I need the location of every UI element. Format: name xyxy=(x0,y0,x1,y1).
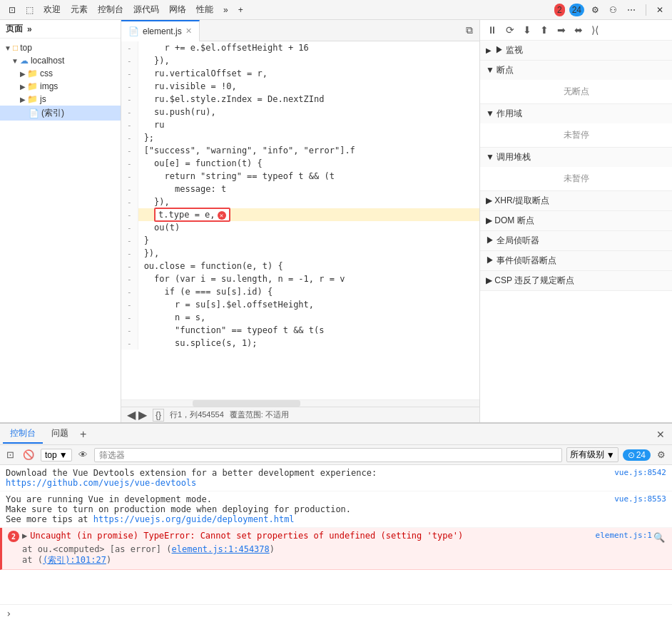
console-body[interactable]: Download the Vue Devtools extension for … xyxy=(0,465,672,604)
rp-step-out-btn[interactable]: ⬆ xyxy=(537,23,551,37)
code-line-9: ou[e] = function(t) { xyxy=(138,157,479,170)
rp-step-btn[interactable]: ➡ xyxy=(554,23,569,37)
add-tab-icon[interactable]: + xyxy=(235,4,246,16)
badge-icon: ⊙ xyxy=(628,450,635,460)
editor-tab-elementjs[interactable]: 📄 element.js ✕ xyxy=(121,20,200,41)
error-badge[interactable]: 2 xyxy=(554,4,565,16)
msg2-link[interactable]: https://vuejs.org/guide/deployment.html xyxy=(93,514,295,524)
section-global-listeners-header[interactable]: ▶ 全局侦听器 xyxy=(480,231,672,250)
section-callstack-header[interactable]: ▼ 调用堆栈 xyxy=(480,148,672,167)
watch-arrow: ▶ xyxy=(486,46,492,54)
console-prompt: › xyxy=(6,608,11,619)
tab-action-split[interactable]: ⧉ xyxy=(464,23,475,38)
tree-label-css: css xyxy=(40,68,53,78)
rp-pause-btn[interactable]: ⏸ xyxy=(484,23,500,37)
tab-sources[interactable]: 源代码 xyxy=(131,2,162,17)
section-event-listeners: ▶ 事件侦听器断点 xyxy=(480,251,672,271)
console-settings-btn[interactable]: ⚙ xyxy=(655,449,668,461)
format-icon[interactable]: {} xyxy=(153,409,164,422)
status-bar: ◀ ▶ {} 行1，列454554 覆盖范围: 不适用 xyxy=(121,407,479,422)
section-dom-header[interactable]: ▶ DOM 断点 xyxy=(480,211,672,230)
tree-item-js[interactable]: ▶ 📁 js xyxy=(0,93,121,106)
section-csp-header[interactable]: ▶ CSP 违反了规定断点 xyxy=(480,271,672,290)
error-stack-link-2[interactable]: (索引):101:27 xyxy=(43,555,106,565)
code-area[interactable]: - r += e.$el.offsetHeight + 16- }),- ru.… xyxy=(121,41,479,399)
event-listeners-label: ▶ 事件侦听器断点 xyxy=(486,255,556,267)
tab-console[interactable]: 控制台 xyxy=(95,2,126,17)
code-line-13: t.type = e,✕ xyxy=(138,208,479,221)
toolbar-icon-cursor[interactable]: ⊡ xyxy=(6,4,19,16)
section-callstack: ▼ 调用堆栈 未暂停 xyxy=(480,148,672,191)
console-input[interactable] xyxy=(16,608,666,618)
rp-step-in-btn[interactable]: ⬇ xyxy=(520,23,534,37)
code-scrollbar[interactable] xyxy=(121,399,479,407)
line-num-20: - xyxy=(121,298,138,311)
tab-close-btn[interactable]: ✕ xyxy=(185,26,192,36)
tree-item-css[interactable]: ▶ 📁 css xyxy=(0,67,121,80)
tab-welcome[interactable]: 欢迎 xyxy=(41,2,63,17)
console-add-tab[interactable]: + xyxy=(77,427,89,442)
line-num-19: - xyxy=(121,285,138,298)
code-line-15: } xyxy=(138,234,479,247)
rp-deactivate-btn[interactable]: ⬌ xyxy=(571,23,586,37)
msg1-link[interactable]: https://github.com/vuejs/vue-devtools xyxy=(6,478,196,488)
section-callstack-content: 未暂停 xyxy=(480,167,672,190)
user-icon[interactable]: ⚇ xyxy=(606,4,620,16)
tree-item-top[interactable]: ▼ □ top xyxy=(0,41,121,54)
section-watch-header[interactable]: ▶ ▶ 监视 xyxy=(480,41,672,60)
section-breakpoints-header[interactable]: ▼ 断点 xyxy=(480,61,672,80)
code-line-3: ru.visible = !0, xyxy=(138,80,479,93)
tree-item-imgs[interactable]: ▶ 📁 imgs xyxy=(0,80,121,93)
console-eye-btn[interactable]: 👁 xyxy=(76,449,90,461)
more-tabs-icon[interactable]: » xyxy=(220,4,231,16)
console-context-selector[interactable]: top ▼ xyxy=(41,449,72,462)
error-source-link[interactable]: element.js:1 xyxy=(590,531,652,540)
warning-badge[interactable]: 24 xyxy=(569,4,584,16)
settings-icon[interactable]: ⚙ xyxy=(589,4,602,16)
error-stack-link-1[interactable]: element.js:1:454378 xyxy=(172,544,270,554)
section-scope: ▼ 作用域 未暂停 xyxy=(480,104,672,148)
console-capture-btn[interactable]: ⊡ xyxy=(4,449,16,461)
line-num-7: - xyxy=(121,131,138,144)
code-table: - r += e.$el.offsetHeight + 16- }),- ru.… xyxy=(121,41,479,350)
console-toolbar: ⊡ 🚫 top ▼ 👁 所有级别 ▼ ⊙ 24 ⚙ xyxy=(0,445,672,465)
console-tab-console[interactable]: 控制台 xyxy=(3,424,43,444)
tab-network[interactable]: 网络 xyxy=(166,2,189,17)
rp-close-btn[interactable]: ⟩⟨ xyxy=(589,23,601,37)
error-search-icon[interactable]: 🔍 xyxy=(652,531,666,544)
tab-performance[interactable]: 性能 xyxy=(193,2,216,17)
context-label: top xyxy=(45,450,57,460)
section-scope-header[interactable]: ▼ 作用域 xyxy=(480,104,672,123)
console-level-select[interactable]: 所有级别 ▼ xyxy=(566,447,618,462)
line-num-23: - xyxy=(121,337,138,350)
console-close-btn[interactable]: ✕ xyxy=(652,427,669,442)
console-clear-btn[interactable]: 🚫 xyxy=(21,449,36,461)
tree-item-localhost[interactable]: ▼ ☁ localhost xyxy=(0,54,121,67)
tab-elements[interactable]: 元素 xyxy=(68,2,91,17)
toolbar-icon-inspect[interactable]: ⬚ xyxy=(23,4,36,16)
expand-icon[interactable]: » xyxy=(27,24,32,34)
more-icon[interactable]: ⋯ xyxy=(624,4,638,16)
folder-icon-imgs: 📁 xyxy=(27,81,38,91)
section-event-listeners-header[interactable]: ▶ 事件侦听器断点 xyxy=(480,251,672,270)
panel-title: 页面 xyxy=(6,23,23,35)
msg1-source[interactable]: vue.js:8542 xyxy=(609,468,666,477)
console-filter-input[interactable] xyxy=(94,448,562,462)
file-icon-index: 📄 xyxy=(29,108,39,118)
msg2-source[interactable]: vue.js:8553 xyxy=(609,494,666,504)
code-line-21: n = s, xyxy=(138,311,479,324)
error-expand-arrow[interactable]: ▶ xyxy=(22,531,27,541)
navigate-right[interactable]: ▶ xyxy=(138,408,147,422)
code-line-14: ou(t) xyxy=(138,221,479,234)
tree-arrow-css: ▶ xyxy=(20,70,26,78)
section-xhr-header[interactable]: ▶ XHR/提取断点 xyxy=(480,191,672,210)
folder-icon-top: □ xyxy=(13,43,18,53)
tree-item-index[interactable]: 📄 (索引) xyxy=(0,106,121,121)
console-tab-issues[interactable]: 问题 xyxy=(44,424,76,444)
rp-step-over-btn[interactable]: ⟳ xyxy=(503,23,517,37)
code-line-17: ou.close = function(e, t) { xyxy=(138,260,479,272)
navigate-left[interactable]: ◀ xyxy=(127,408,136,422)
console-msg-1: Download the Vue Devtools extension for … xyxy=(0,465,672,491)
close-icon[interactable]: ✕ xyxy=(653,4,666,16)
status-position: 行1，列454554 xyxy=(170,409,224,420)
